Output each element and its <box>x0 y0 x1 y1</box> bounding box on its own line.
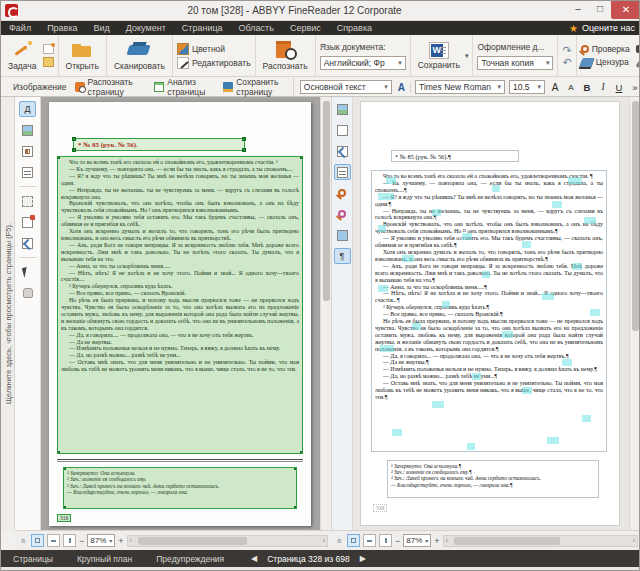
scanned-page[interactable]: * № 85 (рук. № 56). Что то во всемъ тонѣ… <box>49 102 311 526</box>
text-pane-vscrollbar[interactable] <box>629 97 640 530</box>
scan-button[interactable]: Сканировать <box>111 39 168 72</box>
formatting-marks-tool[interactable]: ¶ <box>334 248 351 264</box>
ocr-paragraph[interactable]: Вронскій чувствовалъ, что она хотѣла, чт… <box>375 221 603 235</box>
increase-font-button[interactable]: A <box>549 82 561 93</box>
search-error-tool[interactable] <box>334 206 351 222</box>
scroll-left-icon[interactable]: ‹ <box>130 537 132 544</box>
ocr-paragraph[interactable]: ³ Кучеръ обернулся, спросивъ куда ѣхать.… <box>375 304 603 311</box>
recognized-page[interactable]: * № 85 (рук. № 56).¶ Что то во всемъ тон… <box>360 101 620 526</box>
reorder-regions-tool[interactable] <box>19 235 36 251</box>
zoom-level-select[interactable]: 87% ▾ <box>403 534 431 547</box>
save-dropdown-icon[interactable]: ▾ <box>465 52 469 60</box>
font-properties-button[interactable]: A <box>396 82 411 93</box>
ocr-text-box[interactable]: Что то во всемъ тонѣ его сказало ей о сп… <box>371 170 607 452</box>
color-button[interactable]: Цветной <box>177 43 251 55</box>
fit-page-button[interactable] <box>347 534 360 547</box>
scan-heading-region[interactable]: * № 85 (рук. № 56). <box>73 138 245 151</box>
image-pane-hscrollbar[interactable]: ‹ › <box>127 535 328 547</box>
image-region-tool[interactable] <box>19 122 36 138</box>
ocr-paragraph[interactable]: — Измѣнить положенья нельзя и не нужно. … <box>375 366 603 373</box>
fit-width-button[interactable] <box>363 534 376 547</box>
properties-panel-tool[interactable] <box>334 164 351 180</box>
open-task-icon[interactable] <box>43 57 54 67</box>
menu-item[interactable]: Файл <box>1 23 39 33</box>
save-button[interactable]: W Сохранить <box>415 41 463 71</box>
menu-item[interactable]: Область <box>231 23 282 33</box>
select-region-tool[interactable] <box>19 193 36 209</box>
ocr-paragraph[interactable]: — Да, я говорила... — продолжала она, — … <box>375 353 603 360</box>
menu-item[interactable]: Страница <box>174 23 231 33</box>
task-button[interactable]: Задача <box>5 39 40 72</box>
ocr-paragraph[interactable]: — Я? я жду что ты рѣшишь? Ты мнѣ не велѣ… <box>375 194 603 208</box>
table-grid-tool[interactable] <box>19 164 36 180</box>
delete-region-tool[interactable] <box>19 214 36 230</box>
italic-button[interactable]: I <box>597 82 609 92</box>
scroll-right-icon[interactable]: › <box>633 537 635 544</box>
menu-item[interactable]: Вид <box>86 23 118 33</box>
scrollbar-thumb[interactable] <box>632 101 639 331</box>
collapse-icon[interactable]: » <box>18 536 28 546</box>
verify-button[interactable]: Проверка <box>581 44 630 54</box>
paragraph-style-select[interactable]: Основной текст ▾ <box>300 80 392 94</box>
collapse-icon[interactable]: » <box>334 536 344 546</box>
text-pane[interactable]: * № 85 (рук. № 56).¶ Что то во всемъ тон… <box>353 97 629 530</box>
ocr-paragraph[interactable]: — Да не жертвы.¶ <box>375 359 603 366</box>
censor-button[interactable]: Цензура <box>581 56 630 67</box>
decrease-font-button[interactable]: A <box>565 83 577 92</box>
next-page-button[interactable]: ▶ <box>360 554 366 563</box>
ocr-paragraph[interactable]: — Оставь мнѣ знать, что для меня унизите… <box>375 380 603 401</box>
show-image-tool[interactable] <box>334 101 351 117</box>
insert-break-tool[interactable] <box>334 143 351 159</box>
ocr-footnote-box[interactable]: ¹ Зачеркнуто: Она вспыхнула.¶² Зач.: вол… <box>387 460 599 498</box>
underline-button[interactable]: U <box>613 82 625 93</box>
scan-footnote-region[interactable]: ¹ Зачеркнуто: Она вспыхнула.² Зач.: волн… <box>63 467 297 509</box>
find-binoculars-icon[interactable] <box>636 43 640 55</box>
pan-hand-tool[interactable] <box>19 285 36 301</box>
minimize-button[interactable]: – <box>567 1 589 17</box>
layout-select[interactable]: Точная копия ▾ <box>477 56 553 70</box>
previous-page-button[interactable]: ◀ <box>251 554 257 563</box>
ocr-paragraph[interactable]: — Я умоляю и умоляю тебя оставить его. М… <box>375 235 603 249</box>
ocr-paragraph[interactable]: Хотя онъ искренно думалъ и желалъ то, чт… <box>375 249 603 263</box>
status-tab[interactable]: Крупный план <box>65 554 144 564</box>
open-button[interactable]: Открыть <box>63 39 102 72</box>
page-layout-tool[interactable] <box>334 122 351 138</box>
scrollbar-thumb[interactable] <box>138 537 248 545</box>
scroll-left-icon[interactable]: ‹ <box>446 537 448 544</box>
font-size-select[interactable]: 10.5 ▾ <box>509 80 545 94</box>
recognize-button[interactable]: Распознать <box>260 39 311 72</box>
ocr-paragraph[interactable]: — Да, но развѣ можно... развѣ тебѣ не ун… <box>375 373 603 380</box>
scroll-right-icon[interactable]: › <box>323 537 325 544</box>
recognize-page-button[interactable]: Распознать страницу <box>75 77 147 97</box>
text-region-tool[interactable]: Д <box>19 101 36 117</box>
image-pane[interactable]: * № 85 (рук. № 56). Что то во всемъ тонѣ… <box>41 97 320 530</box>
bold-button[interactable]: B <box>581 82 593 93</box>
pages-panel-collapsed[interactable]: Щелкните здесь, чтобы просмотреть страни… <box>1 97 15 530</box>
ocr-paragraph[interactable]: — Къ лучшему, — повторила она, — если бы… <box>375 180 603 194</box>
menu-item[interactable]: Документ <box>118 23 174 33</box>
status-tab[interactable]: Страницы <box>1 554 65 564</box>
new-task-icon[interactable] <box>43 44 54 54</box>
scrollbar-thumb[interactable] <box>323 101 330 301</box>
zoom-out-button[interactable]: − <box>79 536 84 546</box>
edit-image-button[interactable]: Редактировать <box>177 57 251 69</box>
undo-button[interactable]: ↶ <box>562 57 571 67</box>
actual-size-button[interactable] <box>379 534 392 547</box>
ocr-footnote[interactable]: — Благодарствуйте, очень хорошо, — говор… <box>391 482 595 488</box>
ocr-paragraph[interactable]: Что то во всемъ тонѣ его сказало ей о сп… <box>375 173 603 180</box>
rate-us[interactable]: ★ Оцените нас <box>569 23 640 34</box>
menu-item[interactable]: Правка <box>39 23 85 33</box>
more-tools-button[interactable]: » <box>629 82 640 93</box>
language-select[interactable]: Английский; Фр ▾ <box>320 56 406 70</box>
menu-item[interactable]: Сервис <box>282 23 329 33</box>
image-pane-vscrollbar[interactable] <box>320 97 331 530</box>
redo-button[interactable]: ↷ <box>562 45 571 55</box>
fit-width-button[interactable] <box>47 534 60 547</box>
font-family-select[interactable]: Times New Roman ▾ <box>415 80 505 94</box>
ocr-paragraph[interactable]: — Анна, за что ты оскорбляешь меня.....¶ <box>375 284 603 291</box>
ocr-heading-box[interactable]: * № 85 (рук. № 56).¶ <box>391 150 519 162</box>
zoom-verify-tool[interactable] <box>334 185 351 201</box>
actual-size-button[interactable] <box>63 534 76 547</box>
menu-item[interactable]: Справка <box>329 23 380 33</box>
zoom-level-select[interactable]: 87% ▾ <box>87 534 115 547</box>
